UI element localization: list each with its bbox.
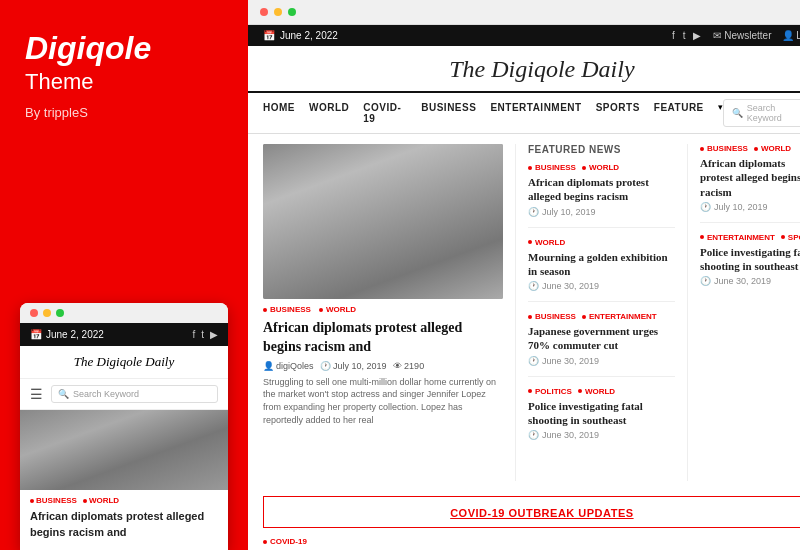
covid-banner-link[interactable]: COVID-19 OUTBREAK UPDATES (450, 507, 633, 519)
nav-world[interactable]: WORLD (309, 102, 349, 124)
youtube-link[interactable]: ▶ (693, 30, 701, 41)
search-placeholder: Search Keyword (73, 389, 139, 399)
login-link[interactable]: 👤 Login (782, 30, 800, 41)
clock-icon: 🕐 (528, 430, 539, 440)
clock-icon: 🕐 (528, 281, 539, 291)
right-item-2-tags: ENTERTAINMENT SPORTS (700, 233, 800, 242)
nav-entertainment[interactable]: ENTERTAINMENT (490, 102, 581, 124)
site-content: 📅 June 2, 2022 f t ▶ ✉ Newsletter 👤 Lo (248, 25, 800, 550)
nav-sports[interactable]: SPORTS (596, 102, 640, 124)
right-item-1-tags: BUSINESS WORLD (700, 144, 800, 153)
envelope-icon: ✉ (713, 30, 721, 41)
hero-views: 👁 2190 (393, 361, 425, 371)
hero-image (263, 144, 503, 299)
browser-chrome (248, 0, 800, 25)
mobile-article-tags: BUSINESS WORLD (20, 490, 228, 507)
right-item-2-date: 🕐 June 30, 2019 (700, 276, 800, 286)
hero-title[interactable]: African diplomats protest alleged begins… (263, 319, 503, 357)
hero-tag-business: BUSINESS (263, 305, 311, 314)
featured-item-2: WORLD Mourning a golden exhibition in se… (528, 238, 675, 303)
clock-icon: 🕐 (700, 202, 711, 212)
twitter-link[interactable]: t (683, 30, 686, 41)
mobile-social: f t ▶ (192, 329, 218, 340)
brand-name: Digiqole (25, 30, 223, 67)
nav-feature[interactable]: FEATURE (654, 102, 704, 124)
browser-dot-red (260, 8, 268, 16)
featured-item-4: POLITICS WORLD Police investigating fata… (528, 387, 675, 451)
featured-item-2-title[interactable]: Mourning a golden exhibition in season (528, 250, 675, 279)
nav-business[interactable]: BUSINESS (421, 102, 476, 124)
mobile-logo-area: The Digiqole Daily (20, 346, 228, 379)
site-topbar-right: f t ▶ ✉ Newsletter 👤 Login (672, 30, 800, 41)
mobile-nav: ☰ 🔍 Search Keyword (20, 379, 228, 410)
featured-1-tag-business: BUSINESS (528, 163, 576, 172)
covid-banner[interactable]: COVID-19 OUTBREAK UPDATES (263, 496, 800, 528)
mobile-mockup: 📅 June 2, 2022 f t ▶ The Digiqole Daily … (20, 303, 228, 550)
mobile-date: 📅 June 2, 2022 (30, 329, 104, 340)
featured-item-3-tags: BUSINESS ENTERTAINMENT (528, 312, 675, 321)
right-2-tag-sports: SPORTS (781, 233, 800, 242)
dot-green (56, 309, 64, 317)
twitter-icon: t (201, 329, 204, 340)
youtube-icon: ▶ (210, 329, 218, 340)
brand-subtitle: Theme (25, 69, 223, 95)
featured-item-4-tags: POLITICS WORLD (528, 387, 675, 396)
featured-1-tag-world: WORLD (582, 163, 619, 172)
site-topbar: 📅 June 2, 2022 f t ▶ ✉ Newsletter 👤 Lo (248, 25, 800, 46)
hero-tag-world: WORLD (319, 305, 356, 314)
mobile-search-box[interactable]: 🔍 Search Keyword (51, 385, 218, 403)
featured-item-1: BUSINESS WORLD African diplomats protest… (528, 163, 675, 228)
newsletter-link[interactable]: ✉ Newsletter (713, 30, 771, 41)
right-1-tag-business: BUSINESS (700, 144, 748, 153)
featured-item-4-title[interactable]: Police investigating fatal shooting in s… (528, 399, 675, 428)
browser-window: 📅 June 2, 2022 f t ▶ ✉ Newsletter 👤 Lo (248, 0, 800, 550)
mobile-topbar: 📅 June 2, 2022 f t ▶ (20, 323, 228, 346)
featured-3-tag-business: BUSINESS (528, 312, 576, 321)
clock-icon: 🕐 (700, 276, 711, 286)
featured-item-4-date: 🕐 June 30, 2019 (528, 430, 675, 440)
left-panel: Digiqole Theme By trippleS 📅 June 2, 202… (0, 0, 248, 550)
nav-covid[interactable]: COVID-19 (363, 102, 407, 124)
nav-home[interactable]: HOME (263, 102, 295, 124)
eye-icon: 👁 (393, 361, 402, 371)
site-date: 📅 June 2, 2022 (263, 30, 338, 41)
featured-4-tag-politics: POLITICS (528, 387, 572, 396)
site-header: The Digiqole Daily (248, 46, 800, 93)
mobile-site-title: The Digiqole Daily (28, 354, 220, 370)
featured-item-1-title[interactable]: African diplomats protest alleged begins… (528, 175, 675, 204)
featured-item-1-date: 🕐 July 10, 2019 (528, 207, 675, 217)
search-icon: 🔍 (58, 389, 69, 399)
hero-date: 🕐 July 10, 2019 (320, 361, 387, 371)
right-item-1: BUSINESS WORLD African diplomats protest… (700, 144, 800, 223)
featured-3-tag-ent: ENTERTAINMENT (582, 312, 657, 321)
mobile-dots (20, 303, 228, 323)
featured-item-3-title[interactable]: Japanese government urges 70% commuter c… (528, 324, 675, 353)
right-item-2: ENTERTAINMENT SPORTS Police investigatin… (700, 233, 800, 297)
featured-item-3-date: 🕐 June 30, 2019 (528, 356, 675, 366)
featured-item-1-tags: BUSINESS WORLD (528, 163, 675, 172)
featured-section-title: FEATURED NEWS (528, 144, 675, 155)
right-item-1-date: 🕐 July 10, 2019 (700, 202, 800, 212)
hero-excerpt: Struggling to sell one multi-million dol… (263, 376, 503, 426)
browser-dot-green (288, 8, 296, 16)
nav-search[interactable]: 🔍 Search Keyword (723, 99, 800, 127)
search-icon: 🔍 (732, 108, 743, 118)
right-item-1-title[interactable]: African diplomats protest alleged begins… (700, 156, 800, 199)
clock-icon: 🕐 (528, 207, 539, 217)
calendar-icon: 📅 (263, 30, 275, 41)
main-content: BUSINESS WORLD African diplomats protest… (248, 134, 800, 491)
site-links: ✉ Newsletter 👤 Login (713, 30, 800, 41)
right-1-tag-world: WORLD (754, 144, 791, 153)
featured-item-2-date: 🕐 June 30, 2019 (528, 281, 675, 291)
hamburger-icon[interactable]: ☰ (30, 386, 43, 402)
facebook-link[interactable]: f (672, 30, 675, 41)
featured-4-tag-world: WORLD (578, 387, 615, 396)
featured-item-3: BUSINESS ENTERTAINMENT Japanese governme… (528, 312, 675, 377)
nav-links: HOME WORLD COVID-19 BUSINESS ENTERTAINME… (263, 102, 723, 124)
right-2-tag-ent: ENTERTAINMENT (700, 233, 775, 242)
mobile-tag-world: WORLD (83, 496, 119, 505)
right-item-2-title[interactable]: Police investigating fatal shooting in s… (700, 245, 800, 274)
clock-icon: 🕐 (528, 356, 539, 366)
featured-section: FEATURED NEWS BUSINESS WORLD African dip… (515, 144, 675, 481)
mobile-article-image (20, 410, 228, 490)
